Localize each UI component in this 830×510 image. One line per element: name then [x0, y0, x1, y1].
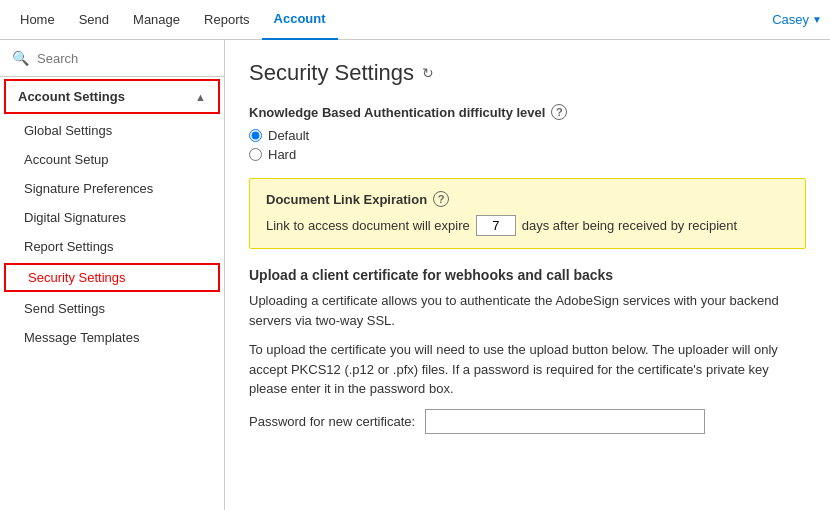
kba-radio-group: Default Hard	[249, 128, 806, 162]
cert-desc-2: To upload the certificate you will need …	[249, 340, 806, 399]
sidebar-item-security-settings[interactable]: Security Settings	[4, 263, 220, 292]
password-label: Password for new certificate:	[249, 414, 415, 429]
sidebar: 🔍 Account Settings ▲ Global Settings Acc…	[0, 40, 225, 510]
radio-default-input[interactable]	[249, 129, 262, 142]
sidebar-item-report-settings[interactable]: Report Settings	[0, 232, 224, 261]
nav-account[interactable]: Account	[262, 0, 338, 40]
main-layout: 🔍 Account Settings ▲ Global Settings Acc…	[0, 40, 830, 510]
sidebar-item-global-settings[interactable]: Global Settings	[0, 116, 224, 145]
password-row: Password for new certificate:	[249, 409, 806, 434]
nav-reports[interactable]: Reports	[192, 0, 262, 40]
chevron-down-icon: ▼	[812, 14, 822, 25]
user-name: Casey	[772, 12, 809, 27]
cert-section-title: Upload a client certificate for webhooks…	[249, 267, 806, 283]
sidebar-item-send-settings[interactable]: Send Settings	[0, 294, 224, 323]
refresh-icon[interactable]: ↻	[422, 65, 434, 81]
radio-hard[interactable]: Hard	[249, 147, 806, 162]
kba-help-icon[interactable]: ?	[551, 104, 567, 120]
doc-link-expiration-box: Document Link Expiration ? Link to acces…	[249, 178, 806, 249]
nav-manage[interactable]: Manage	[121, 0, 192, 40]
account-settings-label: Account Settings	[18, 89, 125, 104]
cert-desc-1: Uploading a certificate allows you to au…	[249, 291, 806, 330]
account-settings-header[interactable]: Account Settings ▲	[4, 79, 220, 114]
sidebar-item-message-templates[interactable]: Message Templates	[0, 323, 224, 352]
user-menu[interactable]: Casey ▼	[772, 12, 822, 27]
main-content: Security Settings ↻ Knowledge Based Auth…	[225, 40, 830, 510]
search-icon: 🔍	[12, 50, 29, 66]
password-input[interactable]	[425, 409, 705, 434]
sidebar-item-digital-signatures[interactable]: Digital Signatures	[0, 203, 224, 232]
radio-hard-input[interactable]	[249, 148, 262, 161]
top-nav: Home Send Manage Reports Account Casey ▼	[0, 0, 830, 40]
sidebar-item-signature-preferences[interactable]: Signature Preferences	[0, 174, 224, 203]
doc-link-help-icon[interactable]: ?	[433, 191, 449, 207]
nav-send[interactable]: Send	[67, 0, 121, 40]
kba-section-label: Knowledge Based Authentication difficult…	[249, 104, 806, 120]
expiry-row: Link to access document will expire days…	[266, 215, 789, 236]
radio-default[interactable]: Default	[249, 128, 806, 143]
chevron-up-icon: ▲	[195, 91, 206, 103]
page-title: Security Settings ↻	[249, 60, 806, 86]
doc-link-title: Document Link Expiration ?	[266, 191, 789, 207]
expiry-days-input[interactable]	[476, 215, 516, 236]
nav-home[interactable]: Home	[8, 0, 67, 40]
sidebar-item-account-setup[interactable]: Account Setup	[0, 145, 224, 174]
sidebar-search-container: 🔍	[0, 40, 224, 77]
search-input[interactable]	[37, 51, 212, 66]
sidebar-content: Account Settings ▲ Global Settings Accou…	[0, 77, 224, 510]
